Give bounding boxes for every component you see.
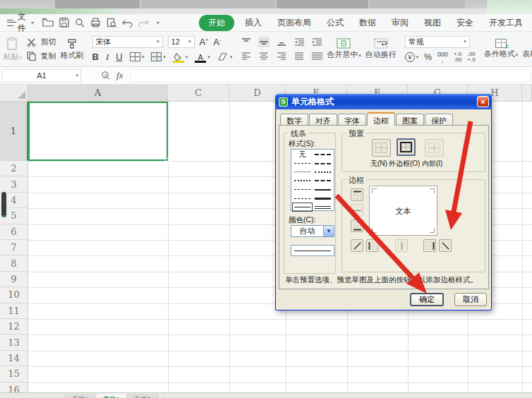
thousands-button[interactable]: 000,	[437, 52, 448, 63]
ok-button[interactable]: 确定	[410, 293, 444, 306]
row-header-3[interactable]: 3	[0, 176, 28, 192]
left-border-button[interactable]	[366, 239, 379, 252]
paste-button[interactable]: 粘贴▾	[4, 37, 23, 62]
row-header-14[interactable]: 14	[0, 351, 28, 366]
align-center-button[interactable]	[258, 51, 270, 61]
shading-button[interactable]: ▾	[151, 52, 166, 61]
line-style-med-dash[interactable]	[313, 150, 333, 159]
line-style-double[interactable]	[313, 203, 333, 211]
color-dropdown[interactable]: 自动 ▼	[291, 225, 334, 237]
line-style-solid-thick[interactable]	[313, 194, 333, 203]
font-color-button[interactable]: A▾	[195, 52, 210, 62]
conditional-format-button[interactable]: ≠ 条件格式▾	[484, 39, 519, 59]
copy-button[interactable]: 复制	[27, 51, 56, 61]
line-style-med-dash-long[interactable]	[313, 176, 333, 185]
insert-function-search-icon[interactable]: @	[101, 71, 111, 80]
justify-button[interactable]	[294, 51, 305, 61]
underline-button[interactable]: U	[116, 52, 122, 62]
align-middle-button[interactable]	[258, 37, 270, 47]
inner-vertical-border-button[interactable]	[395, 239, 408, 252]
ribbon-tab-审阅[interactable]: 审阅	[384, 15, 416, 31]
merge-center-button[interactable]: 合并居中▾	[327, 38, 361, 60]
line-style-med-dash-dot-dot[interactable]	[313, 168, 333, 176]
column-header-C[interactable]: C	[168, 85, 229, 102]
name-box[interactable]: A1 ▾	[2, 69, 81, 83]
decrease-font-button[interactable]: A-	[213, 37, 221, 47]
line-style-dash-dot-dot[interactable]	[292, 176, 313, 185]
column-header-A[interactable]: A	[28, 85, 168, 102]
align-top-button[interactable]	[241, 37, 252, 47]
sheet-tab-表格2[interactable]: 表格2	[96, 394, 127, 398]
ribbon-tab-页面布局[interactable]: 页面布局	[270, 15, 319, 31]
dialog-titlebar[interactable]: S 单元格格式 ×	[275, 94, 492, 109]
sheet-tab-表格1[interactable]: 表格1	[65, 394, 96, 398]
diagonal-up-border-button[interactable]	[351, 239, 363, 252]
row-header-2[interactable]: 2	[0, 161, 28, 176]
row-header-7[interactable]: 7	[0, 240, 28, 255]
italic-button[interactable]: I	[106, 52, 109, 63]
ribbon-tab-视图[interactable]: 视图	[416, 15, 449, 31]
ribbon-tab-开始[interactable]: 开始	[199, 15, 234, 31]
print-preview-icon[interactable]	[107, 18, 116, 28]
ribbon-tab-开发工具[interactable]: 开发工具	[481, 15, 531, 31]
row-header-13[interactable]: 13	[0, 334, 28, 350]
ribbon-tab-公式[interactable]: 公式	[319, 15, 351, 31]
quickbar-more-icon[interactable]: ▾	[157, 20, 159, 26]
distribute-button[interactable]	[311, 51, 322, 61]
bottom-border-button[interactable]	[351, 219, 363, 232]
table-style-button[interactable]: ✎ 表格样式▾	[522, 39, 532, 59]
line-style-none[interactable]: 无	[292, 150, 313, 159]
ribbon-tab-数据[interactable]: 数据	[351, 15, 384, 31]
align-left-button[interactable]	[241, 51, 252, 61]
add-sheet-button[interactable]: +	[158, 394, 171, 398]
row-header-10[interactable]: 10	[0, 287, 28, 303]
name-box-dropdown-icon[interactable]: ▾	[75, 73, 78, 78]
align-bottom-button[interactable]	[276, 37, 287, 47]
right-border-button[interactable]	[423, 239, 436, 252]
fill-handle[interactable]	[165, 158, 169, 162]
undo-icon[interactable]	[122, 18, 133, 28]
row-header-1[interactable]: 1	[0, 102, 28, 161]
preset-none-button[interactable]	[372, 139, 391, 157]
bold-button[interactable]: B	[92, 52, 99, 62]
wrap-text-button[interactable]: 自动换行	[365, 38, 397, 60]
line-style-med-dash-dot[interactable]	[313, 159, 333, 167]
row-header-11[interactable]: 11	[0, 303, 28, 319]
select-all-corner[interactable]	[0, 85, 28, 102]
ribbon-tab-安全[interactable]: 安全	[449, 15, 481, 31]
ribbon-tab-插入[interactable]: 插入	[237, 15, 270, 31]
row-header-15[interactable]: 15	[0, 366, 28, 382]
sheet-tab-表格3[interactable]: 表格3	[127, 394, 158, 398]
redo-icon[interactable]	[138, 18, 149, 28]
currency-button[interactable]: ¥▾	[405, 52, 419, 62]
percent-button[interactable]: %	[424, 52, 432, 62]
main-menu-button[interactable]: 文件 ▾	[7, 11, 34, 35]
print-icon[interactable]	[90, 18, 101, 28]
increase-font-button[interactable]: A+	[200, 37, 209, 47]
decrease-indent-button[interactable]	[294, 37, 305, 47]
diagonal-down-border-button[interactable]	[439, 239, 452, 252]
inner-horizontal-border-button[interactable]	[351, 204, 363, 217]
open-icon[interactable]	[42, 18, 54, 28]
line-style-dash-dot[interactable]	[292, 186, 313, 194]
row-header-12[interactable]: 12	[0, 319, 28, 334]
decrease-decimal-button[interactable]: .00+.0	[467, 52, 475, 63]
dialog-tab-边框[interactable]: 边框	[367, 112, 395, 126]
formula-input[interactable]	[130, 69, 531, 83]
dialog-tab-数字[interactable]: 数字	[280, 114, 308, 125]
save-icon[interactable]	[59, 18, 69, 28]
line-style-dotted[interactable]	[292, 168, 313, 176]
dialog-tab-字体[interactable]: 字体	[338, 114, 366, 125]
dialog-close-button[interactable]: ×	[477, 96, 489, 107]
dialog-tab-保护[interactable]: 保护	[425, 114, 453, 125]
preset-inside-button[interactable]	[425, 139, 444, 157]
row-header-6[interactable]: 6	[0, 224, 28, 240]
borders-button[interactable]: ▾	[130, 52, 145, 61]
line-style-dash-fine[interactable]	[292, 159, 313, 167]
border-preview[interactable]: 文本	[369, 186, 437, 236]
cut-button[interactable]: 剪切	[27, 37, 56, 47]
increase-indent-button[interactable]	[311, 37, 322, 47]
number-format-combo[interactable]: 常规▾	[405, 36, 470, 48]
dialog-tab-图案[interactable]: 图案	[396, 114, 424, 125]
fx-icon[interactable]: fx	[116, 70, 123, 81]
